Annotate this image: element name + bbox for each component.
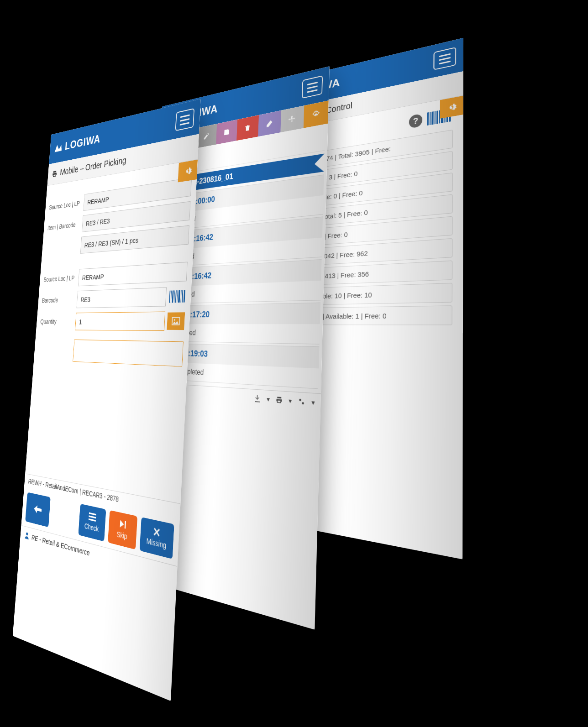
edit-tool-button[interactable]: [196, 124, 217, 148]
item-barcode-label: Item | Barcode: [47, 220, 81, 231]
brand-text: LOGIWA: [64, 131, 101, 152]
settings-icon[interactable]: [297, 397, 306, 407]
user-icon: [24, 530, 30, 540]
print-icon[interactable]: [275, 395, 283, 405]
check-button[interactable]: Check: [78, 504, 106, 542]
check-label: Check: [84, 522, 99, 533]
spacer: [38, 350, 72, 350]
svg-rect-15: [169, 291, 170, 303]
form-body: Source Loc | LP RERAMP Item | Barcode RE…: [33, 160, 198, 383]
screen-title: Mobile – Order Picking: [60, 155, 127, 178]
svg-rect-23: [182, 290, 183, 303]
svg-rect-29: [89, 518, 96, 522]
barcode-label: Barcode: [42, 296, 75, 304]
download-icon[interactable]: [253, 393, 262, 403]
svg-rect-3: [435, 111, 436, 124]
brand-logo: LOGIWA: [54, 131, 101, 155]
settings-tool-button[interactable]: [304, 100, 329, 128]
delete-tool-button[interactable]: [236, 115, 259, 141]
skip-button[interactable]: Skip: [108, 510, 137, 549]
quantity-input[interactable]: [75, 312, 165, 331]
printer-icon: [51, 169, 58, 178]
svg-rect-18: [174, 290, 175, 303]
help-icon[interactable]: ?: [409, 114, 423, 129]
svg-rect-0: [427, 112, 429, 126]
chevron-down-icon[interactable]: ▾: [311, 398, 315, 407]
svg-rect-16: [171, 291, 172, 303]
erase-tool-button[interactable]: [258, 110, 281, 137]
svg-point-30: [26, 532, 28, 535]
svg-rect-19: [175, 290, 177, 303]
move-tool-button[interactable]: [280, 105, 304, 132]
menu-button[interactable]: [175, 108, 195, 131]
chevron-down-icon[interactable]: ▾: [267, 395, 270, 403]
spacer: [46, 246, 79, 249]
source-loc-lp-label: Source Loc | LP: [49, 199, 82, 211]
svg-point-13: [299, 399, 301, 401]
missing-label: Missing: [146, 536, 166, 550]
close-icon: [153, 527, 161, 538]
source-loc-lp-label-2: Source Loc | LP: [43, 274, 77, 283]
logo-icon: [54, 141, 63, 155]
barcode-input[interactable]: [76, 287, 167, 308]
save-tool-button[interactable]: [216, 120, 237, 145]
chevron-down-icon[interactable]: ▾: [289, 397, 292, 405]
svg-rect-2: [431, 111, 434, 125]
skip-forward-icon: [119, 518, 126, 529]
svg-rect-28: [89, 515, 96, 518]
missing-button[interactable]: Missing: [139, 517, 174, 559]
barcode-icon[interactable]: [427, 108, 451, 126]
svg-point-14: [302, 402, 304, 405]
svg-rect-1: [430, 112, 430, 125]
svg-rect-17: [172, 290, 173, 303]
arrow-left-icon: [33, 504, 42, 515]
empty-validation-box: [73, 340, 184, 367]
item-detail-value: RE3 / RE3 (SN) / 1 pcs: [80, 225, 189, 254]
svg-rect-20: [177, 290, 178, 303]
svg-rect-27: [89, 513, 96, 516]
menu-button[interactable]: [302, 75, 323, 99]
svg-rect-4: [436, 110, 438, 124]
source-loc-lp-input[interactable]: [78, 262, 188, 287]
back-button[interactable]: [25, 492, 51, 528]
list-icon: [88, 513, 96, 523]
svg-rect-24: [184, 290, 185, 303]
screen-order-picking: LOGIWA Mobile – Order Picking Source Loc…: [13, 99, 201, 701]
barcode-scan-icon[interactable]: [168, 287, 186, 307]
svg-rect-21: [178, 290, 180, 303]
skip-label: Skip: [116, 530, 127, 541]
quantity-label: Quantity: [40, 318, 74, 325]
svg-rect-22: [180, 290, 181, 303]
svg-point-26: [174, 319, 175, 321]
menu-button[interactable]: [433, 47, 456, 70]
image-button[interactable]: [167, 312, 185, 330]
